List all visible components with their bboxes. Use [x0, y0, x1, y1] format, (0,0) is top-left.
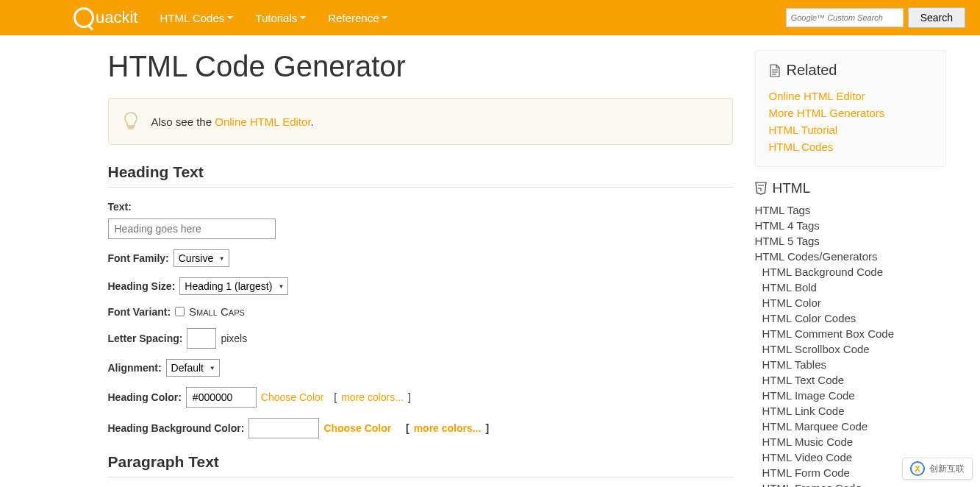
html5-icon	[755, 182, 767, 195]
sidebar-link[interactable]: HTML Color	[762, 296, 821, 309]
logo-icon	[74, 7, 94, 28]
main-content: HTML Code Generator Also see the Online …	[35, 50, 733, 487]
alignment-select[interactable]: Default	[166, 359, 220, 377]
chevron-down-icon	[227, 16, 233, 19]
header: uackit HTML Codes Tutorials Reference Se…	[0, 0, 980, 35]
heading-text-input[interactable]	[108, 218, 276, 239]
sidebar-link[interactable]: HTML Tables	[762, 358, 827, 371]
sidebar-link[interactable]: HTML Tutorial	[769, 124, 838, 136]
tip-text: Also see the Online HTML Editor.	[151, 115, 314, 128]
letter-spacing-input[interactable]	[187, 328, 216, 349]
text-label: Text:	[108, 201, 132, 213]
html-list: HTML Tags HTML 4 Tags HTML 5 Tags HTML C…	[755, 202, 946, 487]
letter-spacing-unit: pixels	[221, 333, 247, 344]
related-panel: Related Online HTML Editor More HTML Gen…	[755, 50, 946, 167]
footer-badge[interactable]: X 创新互联	[902, 458, 973, 480]
sidebar-link[interactable]: HTML Frames Code	[762, 482, 862, 487]
sidebar-link[interactable]: HTML 5 Tags	[755, 235, 820, 247]
page-title: HTML Code Generator	[108, 50, 733, 83]
choose-color-link[interactable]: Choose Color	[261, 391, 324, 403]
sidebar: Related Online HTML Editor More HTML Gen…	[755, 50, 946, 487]
sidebar-link[interactable]: HTML Codes/Generators	[755, 250, 878, 263]
sidebar-link[interactable]: HTML Color Codes	[762, 312, 856, 324]
badge-text: 创新互联	[929, 463, 965, 475]
heading-size-label: Heading Size:	[108, 280, 176, 292]
html-section-title: HTML	[755, 180, 946, 196]
heading-color-input[interactable]	[186, 387, 257, 408]
sidebar-link[interactable]: HTML Comment Box Code	[762, 327, 895, 340]
sidebar-link[interactable]: HTML Form Code	[762, 466, 850, 479]
lightbulb-icon	[124, 112, 138, 131]
tip-box: Also see the Online HTML Editor.	[108, 98, 733, 145]
letter-spacing-label: Letter Spacing:	[108, 333, 183, 344]
sidebar-link[interactable]: Online HTML Editor	[769, 90, 865, 102]
smallcaps-checkbox[interactable]	[175, 307, 185, 316]
sidebar-link[interactable]: HTML Bold	[762, 281, 817, 294]
tip-link[interactable]: Online HTML Editor	[215, 115, 310, 128]
logo[interactable]: uackit	[74, 7, 137, 28]
document-icon	[769, 64, 781, 77]
sidebar-link[interactable]: HTML Link Code	[762, 405, 845, 417]
search-input[interactable]	[786, 8, 904, 27]
sidebar-link[interactable]: HTML Music Code	[762, 436, 854, 448]
nav-tutorials[interactable]: Tutorials	[255, 12, 306, 24]
search-area: Search	[786, 7, 965, 28]
nav-reference[interactable]: Reference	[328, 12, 387, 24]
alignment-label: Alignment:	[108, 362, 162, 374]
sidebar-link[interactable]: HTML Marquee Code	[762, 420, 868, 433]
font-family-select[interactable]: Cursive	[174, 249, 229, 267]
chevron-down-icon	[300, 16, 306, 19]
search-button[interactable]: Search	[908, 7, 965, 28]
sidebar-link[interactable]: HTML Text Code	[762, 374, 845, 386]
sidebar-link[interactable]: HTML Image Code	[762, 389, 855, 402]
sidebar-link[interactable]: HTML 4 Tags	[755, 219, 820, 232]
chevron-down-icon	[382, 16, 387, 19]
heading-color-label: Heading Color:	[108, 391, 182, 403]
heading-size-select[interactable]: Heading 1 (largest)	[179, 277, 288, 295]
logo-text: uackit	[96, 8, 137, 27]
sidebar-link[interactable]: HTML Tags	[755, 204, 811, 216]
sidebar-link[interactable]: HTML Scrollbox Code	[762, 343, 870, 355]
font-family-label: Font Family:	[108, 252, 169, 264]
heading-bg-input[interactable]	[248, 418, 319, 438]
nav-html-codes[interactable]: HTML Codes	[160, 12, 233, 24]
nav: HTML Codes Tutorials Reference	[160, 12, 387, 24]
related-list: Online HTML Editor More HTML Generators …	[769, 88, 932, 155]
sidebar-link[interactable]: HTML Background Code	[762, 266, 884, 278]
sidebar-link[interactable]: HTML Codes	[769, 141, 834, 153]
more-colors-link[interactable]: more colors...	[341, 391, 404, 403]
font-variant-label: Font Variant:	[108, 306, 171, 318]
sidebar-link[interactable]: More HTML Generators	[769, 107, 885, 119]
related-title: Related	[769, 62, 932, 79]
sidebar-link[interactable]: HTML Video Code	[762, 451, 853, 463]
choose-bg-color-link[interactable]: Choose Color	[323, 422, 391, 434]
more-bg-colors-link[interactable]: more colors...	[414, 422, 482, 434]
section-paragraph-text: Paragraph Text	[108, 453, 733, 477]
section-heading-text: Heading Text	[108, 163, 733, 188]
heading-bg-label: Heading Background Color:	[108, 422, 245, 434]
badge-icon: X	[910, 461, 925, 476]
smallcaps-label: Small Caps	[189, 305, 245, 318]
